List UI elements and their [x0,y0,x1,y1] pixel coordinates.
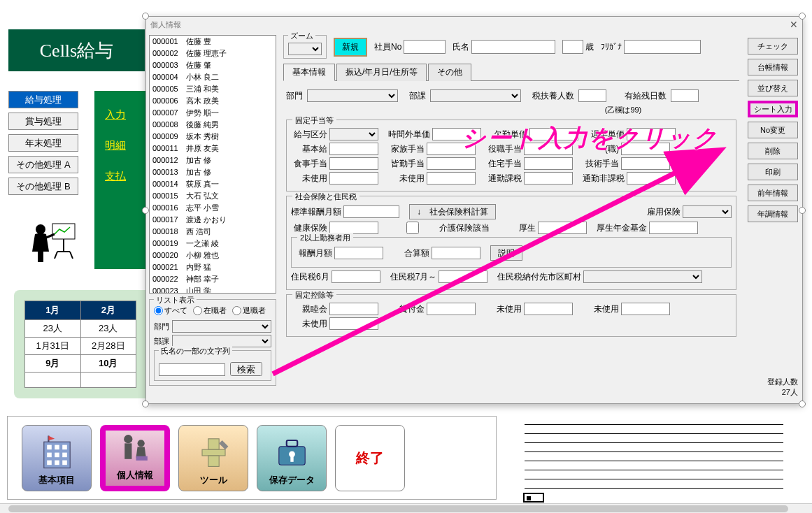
employee-row[interactable]: 000020 小柳 雅也 [150,250,276,261]
sect-select[interactable] [430,89,521,102]
unused-input[interactable] [621,303,670,315]
skill-input[interactable] [621,157,670,170]
sidebar-btn-yearend[interactable]: 年末処理 [8,134,78,152]
friendship-input[interactable] [329,303,378,315]
sort-button[interactable]: 並び替え [748,80,798,96]
age-input[interactable] [562,40,583,54]
resize-handle[interactable] [799,207,806,214]
employee-row[interactable]: 000003 佐藤 肇 [150,59,276,71]
tab-other[interactable]: その他 [428,64,471,81]
help-button[interactable]: 説明 [490,245,522,261]
cal-cell: 10月 [80,355,136,373]
unused-input[interactable] [329,172,378,185]
resize-handle[interactable] [142,13,149,20]
res7-input[interactable] [439,270,487,283]
res-dest-select[interactable] [583,270,702,283]
employee-row[interactable]: 000012 加古 修 [150,154,276,166]
welfare-input[interactable] [538,222,587,234]
commute-notax-input[interactable] [627,172,676,185]
housing-input[interactable] [524,157,573,170]
employee-row[interactable]: 000016 志平 小雪 [150,202,276,214]
calc-insurance-button[interactable]: ↓ 社会保険料計算 [409,204,496,219]
close-icon[interactable]: ✕ [790,19,798,30]
dependents-input[interactable] [578,89,606,102]
tab-transfer[interactable]: 振込/年月日/住所等 [336,64,427,81]
employee-row[interactable]: 000001 佐藤 豊 [150,36,276,48]
radio-retired[interactable]: 退職者 [232,305,266,316]
check-button[interactable]: チェック [748,38,798,55]
cal-cell: 9月 [25,355,81,373]
meal-input[interactable] [329,157,378,170]
zoom-select[interactable] [288,43,322,55]
search-button[interactable]: 検索 [230,362,262,376]
employee-row[interactable]: 000006 高木 政美 [150,95,276,107]
employee-row[interactable]: 000007 伊勢 順一 [150,107,276,119]
no-change-button[interactable]: No変更 [748,122,798,138]
year-adj-button[interactable]: 年調情報 [748,205,798,222]
employee-row[interactable]: 000011 井原 友美 [150,143,276,154]
tab-basic[interactable]: 基本情報 [283,64,335,81]
employee-row[interactable]: 000009 坂本 秀樹 [150,131,276,143]
prev-year-button[interactable]: 前年情報 [748,185,798,201]
ledger-button[interactable]: 台帳情報 [748,59,798,75]
sidebar-btn-payroll[interactable]: 給与処理 [8,91,78,108]
monthly-input[interactable] [334,247,383,259]
btn-tools[interactable]: ツール [178,425,248,491]
diligence-input[interactable] [427,157,476,170]
sidebar-btn-bonus[interactable]: 賞与処理 [8,113,78,130]
res6-input[interactable] [332,270,380,283]
employee-row[interactable]: 000017 渡邊 かおり [150,214,276,226]
filter-dept-select[interactable] [172,320,271,333]
furigana-input[interactable] [624,40,701,54]
employee-row[interactable]: 000014 荻原 真一 [150,178,276,190]
employee-row[interactable]: 000008 後藤 純男 [150,119,276,131]
employee-row[interactable]: 000022 神部 幸子 [150,273,276,285]
dept-select[interactable] [307,89,398,102]
resize-handle[interactable] [799,400,806,407]
employee-row[interactable]: 000015 大石 弘文 [150,190,276,202]
btn-saved-data[interactable]: 保存データ [257,425,327,491]
employee-row[interactable]: 000023 山田 学 [150,285,276,294]
welfare-fund-input[interactable] [649,222,698,234]
employee-row[interactable]: 000019 一之瀬 綾 [150,238,276,250]
print-button[interactable]: 印刷 [748,164,798,180]
emp-no-input[interactable] [404,40,446,54]
resize-handle[interactable] [799,13,806,20]
radio-active[interactable]: 在職者 [193,305,227,316]
unused-input[interactable] [427,172,476,185]
emp-ins-select[interactable] [683,205,732,218]
sheet-input-button[interactable]: シート入力 [748,101,798,117]
unused-input[interactable] [329,317,378,330]
loan-input[interactable] [427,303,476,315]
std-monthly-input[interactable] [343,205,399,218]
name-search-input[interactable] [159,363,225,376]
employee-row[interactable]: 000018 西 浩司 [150,226,276,238]
delete-button[interactable]: 削除 [748,143,798,159]
sidebar-btn-other-b[interactable]: その他処理 B [8,178,78,195]
commute-tax-input[interactable] [524,172,573,185]
radio-all[interactable]: すべて [154,305,187,316]
btn-personal-info[interactable]: 個人情報 [100,425,170,491]
total-input[interactable] [432,247,480,259]
basic-pay-input[interactable] [329,143,378,155]
employee-row[interactable]: 000002 佐藤 理恵子 [150,48,276,59]
employee-row[interactable]: 000013 加古 修 [150,166,276,178]
name-input[interactable] [471,40,555,54]
pay-type-select[interactable] [329,128,378,140]
btn-basic-items[interactable]: 基本項目 [22,425,92,491]
employee-row[interactable]: 000004 小林 良二 [150,71,276,83]
paid-days-input[interactable] [671,89,699,102]
nursing-checkbox[interactable] [388,222,437,234]
resize-handle[interactable] [142,207,149,214]
employee-row[interactable]: 000005 三浦 和美 [150,83,276,95]
unused-input[interactable] [524,303,573,315]
new-button[interactable]: 新規 [334,38,367,57]
svg-rect-8 [47,445,52,449]
employee-row[interactable]: 000021 内野 猛 [150,261,276,273]
svg-rect-24 [202,449,225,456]
btn-exit[interactable]: 終了 [335,425,405,491]
employee-list[interactable]: 000001 佐藤 豊000002 佐藤 理恵子000003 佐藤 肇00000… [149,35,276,294]
resize-handle[interactable] [142,400,149,407]
sidebar-btn-other-a[interactable]: その他処理 A [8,156,78,173]
horizontal-scrollbar[interactable] [0,503,812,513]
